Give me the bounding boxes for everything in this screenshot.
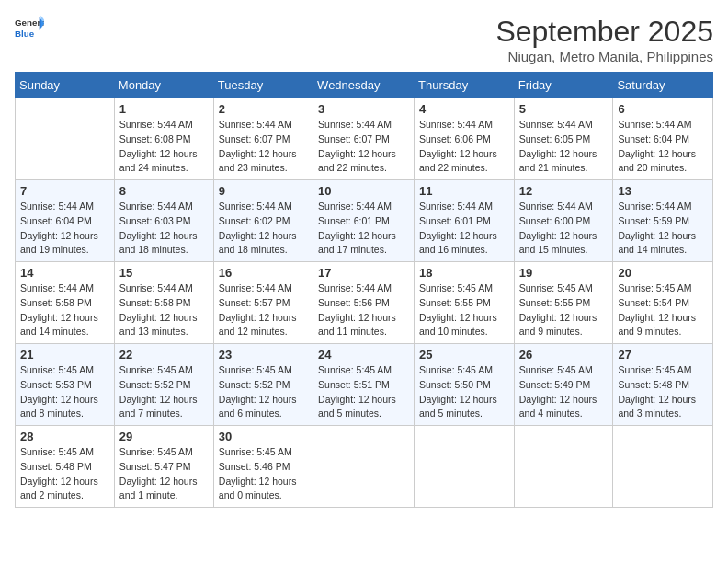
calendar-cell: 27Sunrise: 5:45 AMSunset: 5:48 PMDayligh…	[613, 344, 713, 426]
day-number: 28	[20, 430, 109, 443]
header: General Blue September 2025 Niugan, Metr…	[15, 15, 713, 64]
weekday-header-friday: Friday	[514, 73, 613, 98]
calendar-cell: 21Sunrise: 5:45 AMSunset: 5:53 PMDayligh…	[16, 344, 115, 426]
calendar-cell: 28Sunrise: 5:45 AMSunset: 5:48 PMDayligh…	[16, 426, 115, 508]
day-number: 14	[20, 266, 109, 280]
cell-details: Sunrise: 5:45 AMSunset: 5:48 PMDaylight:…	[618, 363, 708, 421]
day-number: 30	[219, 430, 308, 443]
day-number: 6	[618, 102, 708, 116]
calendar-cell	[415, 426, 515, 508]
cell-details: Sunrise: 5:44 AMSunset: 6:00 PMDaylight:…	[519, 200, 609, 258]
cell-details: Sunrise: 5:45 AMSunset: 5:50 PMDaylight:…	[419, 363, 509, 421]
calendar-table: SundayMondayTuesdayWednesdayThursdayFrid…	[15, 72, 713, 508]
calendar-cell: 24Sunrise: 5:45 AMSunset: 5:51 PMDayligh…	[313, 344, 415, 426]
calendar-cell: 19Sunrise: 5:45 AMSunset: 5:55 PMDayligh…	[514, 262, 613, 344]
day-number: 19	[519, 266, 609, 280]
day-number: 20	[618, 266, 708, 280]
cell-details: Sunrise: 5:45 AMSunset: 5:48 PMDaylight:…	[20, 445, 109, 503]
weekday-header-saturday: Saturday	[613, 73, 713, 98]
day-number: 11	[419, 184, 509, 198]
cell-details: Sunrise: 5:44 AMSunset: 6:06 PMDaylight:…	[419, 118, 509, 176]
day-number: 25	[419, 348, 509, 362]
day-number: 17	[318, 266, 409, 280]
cell-details: Sunrise: 5:44 AMSunset: 6:04 PMDaylight:…	[618, 118, 708, 176]
cell-details: Sunrise: 5:44 AMSunset: 6:02 PMDaylight:…	[219, 200, 308, 258]
calendar-cell: 9Sunrise: 5:44 AMSunset: 6:02 PMDaylight…	[213, 180, 313, 262]
calendar-cell: 2Sunrise: 5:44 AMSunset: 6:07 PMDaylight…	[213, 98, 313, 180]
day-number: 23	[219, 348, 308, 362]
calendar-cell: 25Sunrise: 5:45 AMSunset: 5:50 PMDayligh…	[415, 344, 515, 426]
day-number: 21	[20, 348, 109, 362]
cell-details: Sunrise: 5:45 AMSunset: 5:55 PMDaylight:…	[419, 282, 509, 339]
cell-details: Sunrise: 5:44 AMSunset: 6:08 PMDaylight:…	[119, 118, 209, 176]
weekday-header-tuesday: Tuesday	[213, 73, 313, 98]
cell-details: Sunrise: 5:44 AMSunset: 5:57 PMDaylight:…	[219, 282, 308, 339]
calendar-cell: 15Sunrise: 5:44 AMSunset: 5:58 PMDayligh…	[114, 262, 213, 344]
calendar-cell: 10Sunrise: 5:44 AMSunset: 6:01 PMDayligh…	[313, 180, 415, 262]
calendar-cell	[16, 98, 115, 180]
calendar-week-row: 21Sunrise: 5:45 AMSunset: 5:53 PMDayligh…	[16, 344, 713, 426]
calendar-cell: 12Sunrise: 5:44 AMSunset: 6:00 PMDayligh…	[514, 180, 613, 262]
day-number: 9	[219, 184, 308, 198]
cell-details: Sunrise: 5:44 AMSunset: 5:58 PMDaylight:…	[119, 282, 209, 339]
day-number: 26	[519, 348, 609, 362]
day-number: 1	[119, 102, 209, 116]
cell-details: Sunrise: 5:44 AMSunset: 6:01 PMDaylight:…	[419, 200, 509, 258]
cell-details: Sunrise: 5:44 AMSunset: 6:01 PMDaylight:…	[318, 200, 409, 258]
cell-details: Sunrise: 5:45 AMSunset: 5:52 PMDaylight:…	[119, 363, 209, 421]
logo-icon: General Blue	[15, 15, 44, 40]
cell-details: Sunrise: 5:44 AMSunset: 5:56 PMDaylight:…	[318, 282, 409, 339]
calendar-cell	[313, 426, 415, 508]
day-number: 2	[219, 102, 308, 116]
cell-details: Sunrise: 5:44 AMSunset: 5:59 PMDaylight:…	[618, 200, 708, 258]
day-number: 18	[419, 266, 509, 280]
cell-details: Sunrise: 5:45 AMSunset: 5:46 PMDaylight:…	[219, 445, 308, 503]
calendar-cell: 26Sunrise: 5:45 AMSunset: 5:49 PMDayligh…	[514, 344, 613, 426]
calendar-cell: 6Sunrise: 5:44 AMSunset: 6:04 PMDaylight…	[613, 98, 713, 180]
weekday-header-wednesday: Wednesday	[313, 73, 415, 98]
calendar-cell: 7Sunrise: 5:44 AMSunset: 6:04 PMDaylight…	[16, 180, 115, 262]
weekday-header-monday: Monday	[114, 73, 213, 98]
calendar-week-row: 14Sunrise: 5:44 AMSunset: 5:58 PMDayligh…	[16, 262, 713, 344]
day-number: 8	[119, 184, 209, 198]
logo: General Blue	[15, 15, 44, 40]
location-title: Niugan, Metro Manila, Philippines	[495, 49, 713, 64]
day-number: 16	[219, 266, 308, 280]
calendar-cell: 23Sunrise: 5:45 AMSunset: 5:52 PMDayligh…	[213, 344, 313, 426]
calendar-cell: 1Sunrise: 5:44 AMSunset: 6:08 PMDaylight…	[114, 98, 213, 180]
calendar-cell: 20Sunrise: 5:45 AMSunset: 5:54 PMDayligh…	[613, 262, 713, 344]
day-number: 27	[618, 348, 708, 362]
calendar-cell	[613, 426, 713, 508]
day-number: 12	[519, 184, 609, 198]
cell-details: Sunrise: 5:44 AMSunset: 6:03 PMDaylight:…	[119, 200, 209, 258]
month-title: September 2025	[495, 15, 713, 49]
calendar-cell: 5Sunrise: 5:44 AMSunset: 6:05 PMDaylight…	[514, 98, 613, 180]
cell-details: Sunrise: 5:45 AMSunset: 5:55 PMDaylight:…	[519, 282, 609, 339]
calendar-cell: 14Sunrise: 5:44 AMSunset: 5:58 PMDayligh…	[16, 262, 115, 344]
day-number: 22	[119, 348, 209, 362]
cell-details: Sunrise: 5:45 AMSunset: 5:51 PMDaylight:…	[318, 363, 409, 421]
calendar-cell: 16Sunrise: 5:44 AMSunset: 5:57 PMDayligh…	[213, 262, 313, 344]
calendar-cell: 22Sunrise: 5:45 AMSunset: 5:52 PMDayligh…	[114, 344, 213, 426]
day-number: 4	[419, 102, 509, 116]
day-number: 29	[119, 430, 209, 443]
cell-details: Sunrise: 5:44 AMSunset: 6:05 PMDaylight:…	[519, 118, 609, 176]
cell-details: Sunrise: 5:45 AMSunset: 5:47 PMDaylight:…	[119, 445, 209, 503]
cell-details: Sunrise: 5:45 AMSunset: 5:54 PMDaylight:…	[618, 282, 708, 339]
day-number: 5	[519, 102, 609, 116]
title-area: September 2025 Niugan, Metro Manila, Phi…	[495, 15, 713, 64]
calendar-week-row: 7Sunrise: 5:44 AMSunset: 6:04 PMDaylight…	[16, 180, 713, 262]
calendar-cell: 11Sunrise: 5:44 AMSunset: 6:01 PMDayligh…	[415, 180, 515, 262]
day-number: 3	[318, 102, 409, 116]
calendar-cell: 8Sunrise: 5:44 AMSunset: 6:03 PMDaylight…	[114, 180, 213, 262]
calendar-week-row: 1Sunrise: 5:44 AMSunset: 6:08 PMDaylight…	[16, 98, 713, 180]
calendar-week-row: 28Sunrise: 5:45 AMSunset: 5:48 PMDayligh…	[16, 426, 713, 508]
weekday-header-thursday: Thursday	[415, 73, 515, 98]
calendar-cell: 18Sunrise: 5:45 AMSunset: 5:55 PMDayligh…	[415, 262, 515, 344]
svg-text:Blue: Blue	[15, 29, 35, 39]
cell-details: Sunrise: 5:45 AMSunset: 5:52 PMDaylight:…	[219, 363, 308, 421]
cell-details: Sunrise: 5:44 AMSunset: 5:58 PMDaylight:…	[20, 282, 109, 339]
calendar-cell: 29Sunrise: 5:45 AMSunset: 5:47 PMDayligh…	[114, 426, 213, 508]
cell-details: Sunrise: 5:45 AMSunset: 5:49 PMDaylight:…	[519, 363, 609, 421]
day-number: 24	[318, 348, 409, 362]
